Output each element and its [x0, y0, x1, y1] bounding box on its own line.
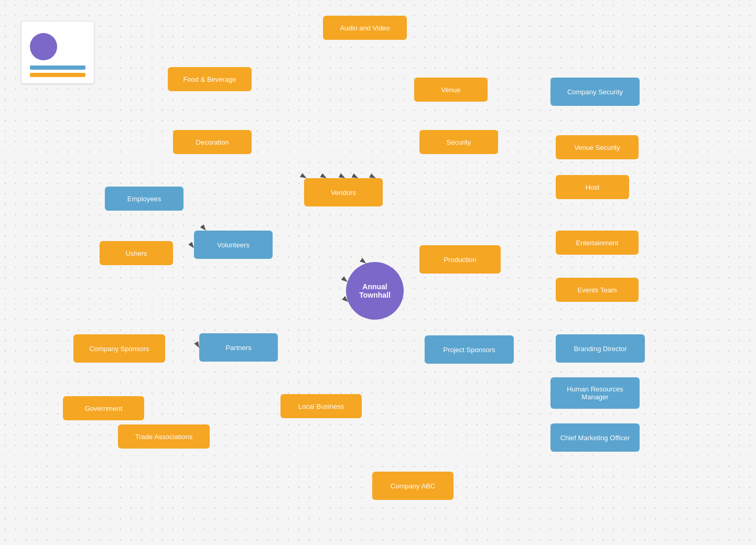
node-company-abc[interactable]: Company ABC [372, 472, 453, 500]
node-branding-director[interactable]: Branding Director [556, 334, 645, 363]
node-cmo[interactable]: Chief Marketing Officer [550, 423, 640, 452]
node-company-security[interactable]: Company Security [550, 78, 640, 106]
node-venue[interactable]: Venue [414, 78, 488, 102]
node-local-business[interactable]: Local Business [280, 394, 362, 418]
node-security[interactable]: Security [419, 130, 498, 154]
node-government[interactable]: Government [63, 396, 144, 420]
node-employees[interactable]: Employees [105, 187, 183, 211]
node-venue-security[interactable]: Venue Security [556, 135, 639, 159]
node-hr-manager[interactable]: Human Resources Manager [550, 377, 640, 409]
legend [21, 21, 94, 84]
node-trade-associations[interactable]: Trade Associations [118, 424, 210, 449]
node-production[interactable]: Production [419, 245, 501, 274]
node-ushers[interactable]: Ushers [100, 241, 173, 265]
legend-internal [30, 66, 85, 70]
legend-external [30, 73, 85, 77]
node-events-team[interactable]: Events Team [556, 278, 639, 302]
node-entertainment[interactable]: Entertainment [556, 231, 639, 255]
node-decoration[interactable]: Decoration [173, 130, 252, 154]
node-partners[interactable]: Partners [199, 333, 278, 362]
node-audio-video[interactable]: Audio and Video [323, 16, 407, 40]
center-node[interactable]: Annual Townhall [346, 262, 404, 320]
legend-circle [30, 33, 57, 60]
node-volunteers[interactable]: Volunteers [194, 231, 273, 259]
node-project-sponsors[interactable]: Project Sponsors [425, 335, 514, 364]
node-vendors[interactable]: Vendors [304, 178, 383, 206]
node-company-sponsors[interactable]: Company Sponsors [73, 334, 165, 363]
node-food-beverage[interactable]: Food & Beverage [168, 67, 252, 91]
node-host[interactable]: Host [556, 175, 629, 199]
